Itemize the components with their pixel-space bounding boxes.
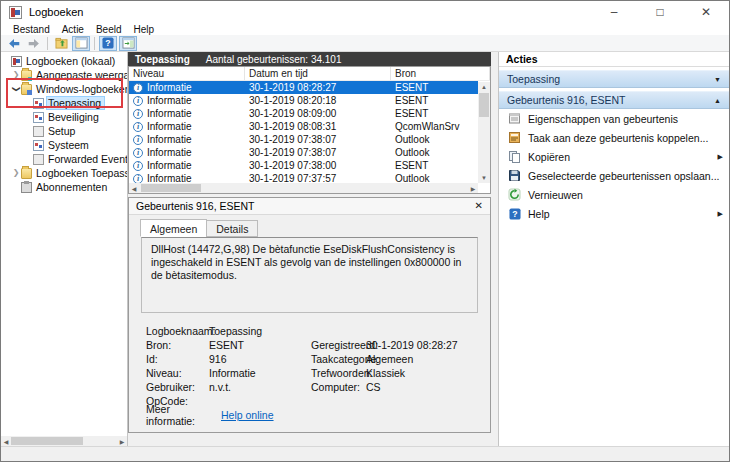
field-value: 916 [209, 353, 311, 365]
table-row[interactable]: iInformatie 30-1-2019 07:38:07 Outlook [129, 146, 478, 159]
scroll-left-icon[interactable]: ◀ [129, 183, 139, 193]
information-icon: i [133, 161, 143, 171]
information-icon: i [133, 135, 143, 145]
event-fields: Logboeknaam: Toepassing Bron: ESENT Gere… [146, 324, 478, 422]
table-column-headers: Niveau Datum en tijd Bron [129, 67, 490, 81]
tab-algemeen[interactable]: Algemeen [140, 219, 207, 237]
sidebar-item-windows-logboeken[interactable]: ❯ Windows-logboeken [1, 82, 127, 96]
folder-icon [21, 84, 32, 95]
menu-help[interactable]: Help [128, 24, 161, 35]
content-area: Logboeken (lokaal) ❯ Aangepaste weergave… [1, 52, 729, 446]
table-row[interactable]: iInformatie 30-1-2019 08:08:31 QcomWlanS… [129, 120, 478, 133]
subscriptions-icon [21, 182, 32, 193]
actions-section-toepassing[interactable]: Toepassing ▼ [499, 70, 729, 88]
field-value: ESENT [209, 339, 311, 351]
action-taak-koppelen[interactable]: Taak aan deze gebeurtenis koppelen... [499, 128, 729, 147]
forward-icon[interactable] [25, 36, 43, 51]
menu-bar: Bestand Actie Beeld Help [1, 23, 729, 35]
close-button[interactable]: ✕ [683, 1, 729, 23]
back-icon[interactable] [5, 36, 23, 51]
actions-section-gebeurtenis[interactable]: Gebeurtenis 916, ESENT ▲ [499, 91, 729, 109]
column-header-niveau[interactable]: Niveau [129, 67, 245, 80]
table-row[interactable]: iInformatie 30-1-2019 08:20:18 ESENT [129, 94, 478, 107]
scroll-left-icon[interactable]: ◀ [1, 436, 11, 446]
table-row[interactable]: iInformatie 30-1-2019 07:38:00 ESENT [129, 159, 478, 172]
pane-divider[interactable] [491, 52, 498, 446]
scrollbar-thumb[interactable] [479, 93, 489, 117]
table-vertical-scrollbar[interactable]: ▲ ▼ [478, 82, 490, 183]
action-help[interactable]: ? Help ▶ [499, 204, 729, 223]
scrollbar-thumb[interactable] [141, 184, 201, 192]
log-icon [33, 126, 44, 137]
help-icon[interactable]: ? [99, 36, 117, 51]
sidebar-horizontal-scrollbar[interactable]: ◀ ▶ [1, 436, 127, 446]
field-label: Computer: [311, 381, 366, 393]
menu-actie[interactable]: Actie [56, 24, 90, 35]
event-message: DllHost (14472,G,98) De bètafunctie EseD… [141, 237, 478, 313]
menu-bestand[interactable]: Bestand [7, 24, 56, 35]
table-row[interactable]: iInformatie 30-1-2019 08:28:27 ESENT [129, 81, 478, 94]
log-icon [33, 154, 44, 165]
table-row[interactable]: iInformatie 30-1-2019 08:09:00 ESENT [129, 107, 478, 120]
scroll-down-icon[interactable]: ▼ [479, 173, 489, 183]
close-icon[interactable]: ✕ [475, 201, 483, 211]
field-value: 30-1-2019 08:28:27 [366, 339, 478, 351]
event-log-icon [33, 98, 44, 109]
sidebar-item-logboeken-lokaal[interactable]: Logboeken (lokaal) [1, 54, 127, 68]
details-header: Gebeurtenis 916, ESENT ✕ [129, 198, 490, 215]
sidebar-item-logboeken-toepassingen[interactable]: ❯ Logboeken Toepassingen en [1, 166, 127, 180]
status-bar [1, 446, 729, 461]
show-console-tree-icon[interactable] [72, 36, 90, 51]
list-title: Toepassing [135, 54, 190, 65]
scrollbar-thumb[interactable] [11, 437, 83, 445]
window-title: Logboeken [29, 6, 83, 18]
sidebar-item-beveiliging[interactable]: Beveiliging [1, 110, 127, 124]
details-title: Gebeurtenis 916, ESENT [136, 200, 254, 212]
chevron-right-icon[interactable]: ❯ [11, 168, 21, 178]
action-kopieren[interactable]: Kopiëren ▶ [499, 147, 729, 166]
submenu-arrow-icon: ▶ [718, 210, 723, 218]
field-label: Gebruiker: [146, 381, 209, 393]
tab-details[interactable]: Details [206, 220, 258, 237]
column-header-bron[interactable]: Bron [391, 67, 490, 80]
maximize-button[interactable]: □ [637, 1, 683, 23]
scroll-up-icon[interactable]: ▲ [479, 82, 489, 92]
field-value: Toepassing [209, 325, 311, 337]
save-icon [508, 169, 521, 182]
table-horizontal-scrollbar[interactable]: ◀ ▶ [129, 183, 478, 193]
minimize-button[interactable]: – [591, 1, 637, 23]
table-row[interactable]: iInformatie 30-1-2019 07:38:07 Outlook [129, 133, 478, 146]
table-row[interactable]: iInformatie 30-1-2019 07:37:57 Outlook [129, 172, 478, 183]
chevron-down-icon[interactable]: ▼ [714, 76, 721, 83]
chevron-right-icon[interactable]: ❯ [11, 70, 21, 80]
column-header-datum[interactable]: Datum en tijd [245, 67, 391, 80]
field-label: Meer informatie: [146, 403, 221, 427]
sidebar-item-systeem[interactable]: Systeem [1, 138, 127, 152]
event-count: Aantal gebeurtenissen: 34.101 [206, 54, 342, 65]
sidebar-item-toepassing[interactable]: Toepassing [1, 96, 127, 110]
svg-text:?: ? [105, 38, 110, 48]
menu-beeld[interactable]: Beeld [90, 24, 128, 35]
toolbar-separator [47, 37, 48, 50]
scroll-right-icon[interactable]: ▶ [468, 183, 478, 193]
up-folder-icon[interactable] [52, 36, 70, 51]
refresh-icon [508, 188, 521, 201]
details-tabs: Algemeen Details [129, 215, 490, 237]
field-label: Trefwoorden: [311, 367, 366, 379]
chevron-down-icon[interactable]: ❯ [11, 84, 21, 94]
help-online-link[interactable]: Help online [221, 409, 274, 421]
event-table: Niveau Datum en tijd Bron iInformatie 30… [128, 66, 491, 194]
sidebar-item-abonnementen[interactable]: Abonnementen [1, 180, 127, 194]
show-action-pane-icon[interactable] [119, 36, 137, 51]
action-vernieuwen[interactable]: Vernieuwen [499, 185, 729, 204]
scroll-right-icon[interactable]: ▶ [117, 436, 127, 446]
event-rows: iInformatie 30-1-2019 08:28:27 ESENT iIn… [129, 81, 478, 183]
action-eigenschappen[interactable]: Eigenschappen van gebeurtenis [499, 109, 729, 128]
actions-pane: Acties Toepassing ▼ Gebeurtenis 916, ESE… [498, 52, 729, 446]
event-viewer-window: Logboeken – □ ✕ Bestand Actie Beeld Help… [0, 0, 730, 462]
action-opslaan[interactable]: Geselecteerde gebeurtenissen opslaan... [499, 166, 729, 185]
chevron-up-icon[interactable]: ▲ [714, 97, 721, 104]
sidebar-item-forwarded-events[interactable]: Forwarded Events [1, 152, 127, 166]
sidebar-item-setup[interactable]: Setup [1, 124, 127, 138]
sidebar-item-aangepaste-weergaven[interactable]: ❯ Aangepaste weergaven [1, 68, 127, 82]
